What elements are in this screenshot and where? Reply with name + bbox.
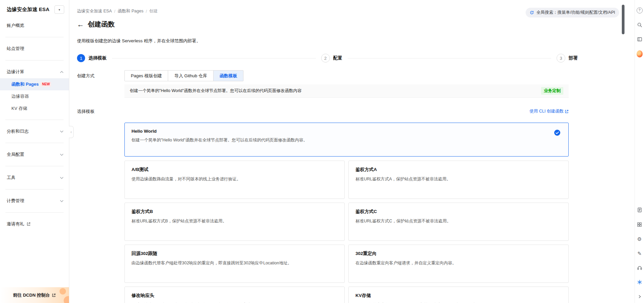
sidebar-group[interactable]: 计费管理	[0, 194, 69, 207]
app-window: 边缘安全加速 ESA ▾ 账户概览站点管理边缘计算函数和 PagesNEW边缘容…	[0, 0, 644, 303]
template-card-desc: 在边缘函数重定向客户端请求，并自定义重定向内容。	[355, 260, 562, 266]
template-card-desc: 创建一个简单的"Hello World"函数并在全球节点部署。您可以在后续的代码…	[131, 137, 562, 143]
sidebar-group[interactable]: 边缘计算	[0, 66, 69, 78]
template-card-title: Hello World	[131, 129, 562, 134]
sidebar-subitem[interactable]: 边缘容器	[0, 90, 69, 102]
tab-pages-template[interactable]: Pages 模版创建	[124, 70, 168, 81]
sidebar-header: 边缘安全加速 ESA ▾	[0, 0, 69, 16]
chevron-down-icon	[60, 177, 64, 179]
banner-text: 创建一个简单的"Hello World"函数并在全球节点部署。您可以在后续的代码…	[130, 88, 302, 94]
cli-create-link-label: 使用 CLI 创建函数	[530, 109, 564, 114]
sidebar-subitem[interactable]: KV 存储	[0, 102, 69, 115]
template-description-banner: 创建一个简单的"Hello World"函数并在全球节点部署。您可以在后续的代码…	[124, 84, 569, 98]
sidebar-item-left: 边缘计算	[7, 69, 24, 75]
breadcrumb: 边缘安全加速 ESA / 函数和 Pages / 创建	[77, 8, 569, 14]
sidebar-item-left: 全局配置	[7, 152, 24, 158]
chevron-down-icon	[60, 130, 64, 133]
rail-collapse-button[interactable]	[637, 294, 643, 300]
search-button[interactable]	[637, 22, 643, 28]
sidebar-group[interactable]: 工具	[0, 171, 69, 184]
sidebar-item-label: 计费管理	[7, 198, 24, 204]
chevron-left-icon: ‹	[71, 130, 72, 134]
support-button[interactable]	[637, 265, 643, 271]
template-card-title: A/B测试	[131, 167, 338, 173]
pencil-icon: ✎	[637, 251, 642, 256]
template-card-desc: 使用边缘函数路由流量，对不同版本的线上业务进行验证。	[131, 176, 338, 182]
product-switcher-button[interactable]: ▾	[54, 5, 64, 14]
cli-create-link[interactable]: 使用 CLI 创建函数	[530, 109, 569, 114]
edit-button[interactable]: ✎	[637, 250, 643, 256]
breadcrumb-separator: /	[114, 9, 115, 14]
sidebar-item-label: 分析和日志	[7, 128, 29, 134]
sidebar-item-label: 函数和 Pages	[11, 81, 39, 87]
vertical-scrollbar-thumb[interactable]	[622, 5, 624, 34]
sidebar-item-left: 函数和 PagesNEW	[11, 81, 51, 87]
template-card[interactable]: 鉴权方式A 标准URL鉴权方式A，保护站点资源不被非法盗用。	[348, 161, 569, 199]
step-label: 部署	[569, 55, 578, 61]
chevron-down-icon	[60, 200, 64, 202]
chevron-down-icon	[60, 154, 64, 156]
step-connector	[348, 58, 552, 58]
promo-avatar-button[interactable]	[637, 51, 643, 57]
template-card[interactable]: 鉴权方式C 标准URL鉴权方式C，保护站点资源不被非法盗用。	[348, 203, 569, 241]
step-number: 3	[557, 54, 565, 62]
sidebar-item-left: 邀请有礼	[7, 221, 31, 227]
step-connector	[112, 58, 316, 58]
step-select-template: 1 选择模板	[77, 54, 107, 62]
breadcrumb-item[interactable]: 函数和 Pages	[118, 8, 143, 14]
template-card[interactable]: 鉴权方式B 标准URL鉴权方式B，保护站点资源不被非法盗用。	[124, 203, 345, 241]
settings-button[interactable]: ⚙	[637, 236, 643, 242]
template-card[interactable]: A/B测试 使用边缘函数路由流量，对不同版本的线上业务进行验证。	[124, 161, 345, 199]
business-custom-badge: 业务定制	[541, 87, 563, 95]
sidebar-item-left: 边缘容器	[11, 93, 29, 99]
help-button[interactable]: ?	[637, 7, 643, 13]
chevron-right-icon	[638, 295, 642, 299]
sidebar-item-left: 工具	[7, 175, 15, 181]
promo-avatar-icon	[637, 50, 643, 57]
step-label: 配置	[333, 55, 342, 61]
ai-assistant-button[interactable]	[637, 279, 643, 285]
sidebar-divider	[5, 166, 64, 166]
page-title-row: ← 创建函数	[77, 20, 569, 29]
sidebar-item[interactable]: 账户概览	[0, 19, 69, 32]
sidebar-item-left: KV 存储	[11, 105, 27, 112]
sidebar-group[interactable]: 分析和日志	[0, 125, 69, 138]
survey-button[interactable]	[637, 207, 643, 213]
sidebar-divider	[5, 189, 64, 189]
step-number: 1	[77, 54, 85, 62]
breadcrumb-item[interactable]: 边缘安全加速 ESA	[77, 8, 112, 14]
template-card[interactable]: 回源302跟随 由边缘函数代替客户端处理302响应的重定向，即直接跳转至302响…	[124, 245, 345, 283]
template-card[interactable]: 302重定向 在边缘函数重定向客户端请求，并自定义重定向内容。	[348, 245, 569, 283]
page-title: 创建函数	[88, 20, 115, 29]
sidebar-collapse-handle[interactable]: ‹	[69, 126, 74, 138]
template-card-title: 修改响应头	[131, 293, 338, 299]
sidebar-item[interactable]: 站点管理	[0, 42, 69, 55]
chevron-up-icon	[60, 71, 64, 73]
dcdn-console-link[interactable]: 前往 DCDN 控制台	[0, 287, 69, 303]
template-card-desc: 由边缘函数代替客户端处理302响应的重定向，即直接跳转至302响应中Locati…	[131, 260, 338, 266]
create-method-row: 创建方式 Pages 模版创建 导入 Github 仓库 函数模板	[77, 70, 569, 81]
tab-function-template[interactable]: 函数模板	[213, 70, 243, 81]
dcdn-console-label: 前往 DCDN 控制台	[13, 292, 50, 298]
wizard-steps: 1 选择模板 2 配置 3 部署	[77, 54, 578, 62]
template-card[interactable]: 修改响应头 通过子请求Fetch源站资源，拿到响应后修改响应头并返回给客户端。	[124, 287, 345, 303]
sidebar-subitem[interactable]: 函数和 PagesNEW	[0, 78, 69, 90]
sidebar-group[interactable]: 全局配置	[0, 148, 69, 161]
panel-button[interactable]	[637, 36, 643, 42]
right-icon-rail: ? ⚙ ✎	[635, 0, 644, 303]
sidebar-divider	[5, 37, 64, 37]
back-arrow-icon[interactable]: ←	[77, 21, 84, 28]
template-card-hello-world[interactable]: Hello World 创建一个简单的"Hello World"函数并在全球节点…	[124, 123, 569, 157]
create-method-label: 创建方式	[77, 70, 124, 81]
global-search[interactable]: 全局搜索：搜菜单/功能/规则配置/文档/API	[526, 8, 619, 17]
sidebar-divider	[5, 60, 64, 60]
sidebar-item-label: 邀请有礼	[7, 221, 24, 227]
apps-button[interactable]	[637, 221, 643, 227]
new-badge: NEW	[41, 82, 51, 87]
sidebar-item[interactable]: 邀请有礼	[0, 218, 69, 230]
tab-import-github[interactable]: 导入 Github 仓库	[168, 70, 214, 81]
sidebar-item-label: 全局配置	[7, 152, 24, 158]
external-link-icon	[565, 110, 569, 114]
search-icon	[637, 22, 642, 28]
template-card[interactable]: KV存储 一个简单的边缘存储KV使用示例，帮忙您快速了解KV接口使用流程。	[348, 287, 569, 303]
